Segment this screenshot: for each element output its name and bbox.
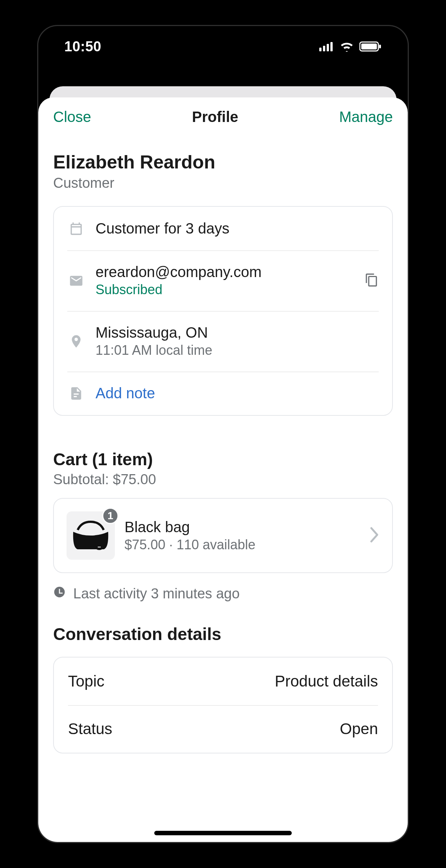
status-time: 10:50 — [64, 39, 101, 55]
quantity-badge: 1 — [102, 508, 119, 524]
last-activity-text: Last activity 3 minutes ago — [73, 586, 240, 602]
cart-card: 1 Black bag $75.00 · 110 available — [53, 498, 393, 573]
subscribed-badge: Subscribed — [96, 282, 354, 298]
cart-heading: Cart (1 item) — [53, 449, 393, 469]
cart-subtotal: Subtotal: $75.00 — [53, 472, 393, 488]
local-time-text: 11:01 AM local time — [96, 343, 379, 358]
phone-frame: 10:50 Close Profile Manage Elizabeth Rea… — [37, 25, 409, 843]
close-button[interactable]: Close — [53, 109, 91, 125]
sheet-content: Elizabeth Reardon Customer Customer for … — [38, 151, 408, 753]
battery-icon — [359, 41, 382, 52]
cart-item-name: Black bag — [125, 519, 359, 536]
clock-icon — [53, 586, 66, 602]
tenure-row: Customer for 3 days — [54, 207, 392, 250]
sheet-header: Close Profile Manage — [38, 97, 408, 140]
tenure-text: Customer for 3 days — [96, 220, 379, 237]
svg-rect-5 — [361, 44, 377, 49]
email-row[interactable]: ereardon@company.com Subscribed — [54, 250, 392, 311]
last-activity: Last activity 3 minutes ago — [53, 586, 393, 602]
profile-sheet: Close Profile Manage Elizabeth Reardon C… — [38, 97, 408, 842]
wifi-icon — [339, 41, 354, 52]
product-thumbnail: 1 — [67, 511, 115, 560]
calendar-icon — [67, 221, 85, 236]
customer-info-card: Customer for 3 days ereardon@company.com… — [53, 206, 393, 416]
location-text: Mississauga, ON — [96, 324, 379, 341]
status-bar: 10:50 — [38, 26, 408, 67]
conversation-card: Topic Product details Status Open — [53, 657, 393, 753]
conv-label: Status — [68, 720, 112, 738]
location-row: Mississauga, ON 11:01 AM local time — [54, 311, 392, 372]
cellular-icon — [319, 42, 334, 51]
add-note-link[interactable]: Add note — [96, 385, 379, 402]
cart-item-meta: $75.00 · 110 available — [125, 537, 359, 553]
manage-button[interactable]: Manage — [339, 109, 393, 125]
svg-rect-1 — [323, 46, 325, 51]
home-indicator[interactable] — [154, 831, 292, 835]
sheet-title: Profile — [192, 109, 238, 125]
conv-label: Topic — [68, 672, 104, 690]
copy-icon[interactable] — [365, 273, 379, 289]
customer-role: Customer — [53, 175, 393, 191]
email-text: ereardon@company.com — [96, 264, 354, 280]
chevron-right-icon — [369, 527, 379, 544]
svg-rect-3 — [330, 42, 333, 51]
status-icons — [319, 41, 382, 52]
conv-value: Product details — [275, 672, 378, 690]
conversation-heading: Conversation details — [53, 624, 393, 644]
svg-rect-6 — [379, 45, 381, 48]
svg-point-7 — [96, 546, 103, 550]
svg-rect-2 — [327, 44, 329, 51]
add-note-row[interactable]: Add note — [54, 372, 392, 415]
svg-rect-0 — [319, 48, 321, 51]
conv-value: Open — [340, 720, 378, 738]
conversation-row-status[interactable]: Status Open — [54, 705, 392, 753]
mail-icon — [67, 273, 85, 288]
cart-item[interactable]: 1 Black bag $75.00 · 110 available — [54, 499, 392, 572]
customer-name: Elizabeth Reardon — [53, 151, 393, 173]
note-icon — [67, 386, 85, 401]
conversation-row-topic[interactable]: Topic Product details — [54, 658, 392, 705]
location-icon — [67, 334, 85, 349]
